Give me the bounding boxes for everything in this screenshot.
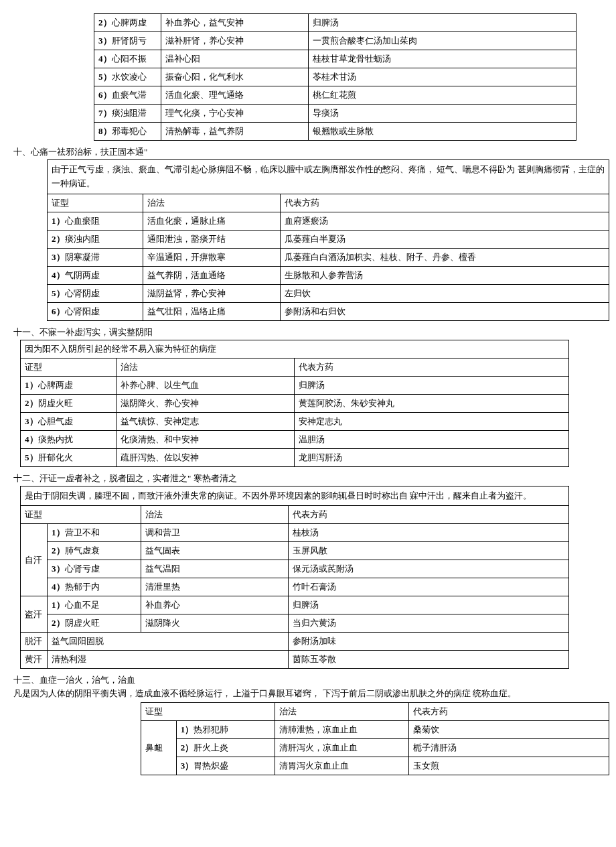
table-cell: 化痰清热、和中安神	[117, 430, 295, 448]
col-header: 代表方药	[280, 194, 609, 212]
table-section-10: 由于正气亏虚，痰浊、瘀血、气滞引起心脉痹阻不畅，临床以膻中或左胸膺部发作性的憋闷…	[47, 159, 609, 321]
section-12-heading: 十二、汗证一虚者补之，脱者固之，实者泄之" 寒热者清之	[13, 472, 603, 484]
table-cell: 桂枝甘草龙骨牡蛎汤	[309, 50, 576, 68]
table-cell: 一贯煎合酸枣仁汤加山茱肉	[309, 32, 576, 50]
table-cell: 补养心脾、以生气血	[117, 376, 295, 394]
table-cell: 2）肺气虚衰	[48, 542, 141, 560]
table-cell: 活血化瘀、理气通络	[161, 86, 309, 105]
table-continuation: 2）心脾两虚补血养心，益气安神归脾汤3）肝肾阴亏滋补肝肾，养心安神一贯煎合酸枣仁…	[94, 13, 576, 141]
col-header-formula: 代表方药	[409, 703, 609, 721]
group-label: 脱汗	[21, 633, 48, 651]
table-cell: 活血化瘀，通脉止痛	[143, 212, 281, 230]
table-cell: 清肝泻火，凉血止血	[275, 739, 409, 757]
table-cell: 8）邪毒犯心	[94, 123, 161, 141]
table-cell: 4）痰热内扰	[21, 430, 117, 448]
table-section-12: 是由于阴阳失调，腠理不固，而致汗液外泄失常的病证。不因外界环境因素的影响辄昼日时…	[20, 486, 569, 669]
table-cell: 桑菊饮	[409, 721, 609, 739]
table-cell: 栀子清肝汤	[409, 739, 609, 757]
table-cell: 2）痰浊内阻	[48, 230, 143, 248]
table-cell: 清热利湿	[48, 651, 289, 669]
table-cell: 参附汤和右归饮	[280, 302, 609, 320]
table-cell: 温补心阳	[161, 50, 309, 68]
table-cell: 5）水饮凌心	[94, 68, 161, 86]
table-cell: 清热解毒，益气养阴	[161, 123, 309, 141]
group-binu: 鼻衄	[141, 721, 177, 775]
table-cell: 1）热邪犯肺	[176, 721, 275, 739]
table-cell: 归脾汤	[289, 596, 569, 614]
table-cell: 6）血瘀气滞	[94, 86, 161, 105]
col-header: 治法	[117, 358, 295, 376]
table-cell: 龙胆泻肝汤	[295, 448, 569, 466]
table-cell: 2）肝火上炎	[176, 739, 275, 757]
group-zihan: 自汗	[21, 524, 48, 596]
section-11-intro: 因为阳不入阴所引起的经常不易入寐为特征的病症	[21, 340, 569, 358]
col-header: 证型	[48, 194, 143, 212]
table-cell: 益气养阴，活血通络	[143, 266, 281, 284]
table-cell: 滋阴降火、养心安神	[117, 394, 295, 412]
table-cell: 黄莲阿胶汤、朱砂安神丸	[295, 394, 569, 412]
table-cell: 清泄里热	[141, 578, 289, 596]
table-cell: 益气温阳	[141, 560, 289, 578]
table-cell: 茵陈五苓散	[289, 651, 569, 669]
table-cell: 桂枝汤	[289, 524, 569, 542]
table-cell: 3）胃热炽盛	[176, 757, 275, 775]
table-cell: 理气化痰，宁心安神	[161, 105, 309, 123]
table-cell: 苓桂术甘汤	[309, 68, 576, 86]
table-cell: 振奋心阳，化气利水	[161, 68, 309, 86]
table-cell: 血府逐瘀汤	[280, 212, 609, 230]
table-cell: 竹叶石膏汤	[289, 578, 569, 596]
table-cell: 桃仁红花煎	[309, 86, 576, 105]
table-cell: 左归饮	[280, 284, 609, 302]
table-cell: 1）心血瘀阻	[48, 212, 143, 230]
table-cell: 3）心肾亏虚	[48, 560, 141, 578]
table-cell: 益气镇惊、安神定志	[117, 412, 295, 430]
table-cell: 归脾汤	[295, 376, 569, 394]
table-section-11: 因为阳不入阴所引起的经常不易入寐为特征的病症 证型治法代表方药1）心脾两虚补养心…	[20, 340, 569, 467]
table-cell: 2）心脾两虚	[94, 14, 161, 32]
table-cell: 4）热郁于内	[48, 578, 141, 596]
table-cell: 保元汤或芪附汤	[289, 560, 569, 578]
table-cell: 导痰汤	[309, 105, 576, 123]
table-cell: 4）气阴两虚	[48, 266, 143, 284]
col-header: 代表方药	[295, 358, 569, 376]
table-cell: 参附汤加味	[289, 633, 569, 651]
table-cell: 7）痰浊阻滞	[94, 105, 161, 123]
table-cell: 1）心脾两虚	[21, 376, 117, 394]
col-header-type: 证型	[141, 703, 275, 721]
table-cell: 3）阴寒凝滞	[48, 248, 143, 266]
section-12-intro: 是由于阴阳失调，腠理不固，而致汗液外泄失常的病证。不因外界环境因素的影响辄昼日时…	[21, 486, 569, 506]
table-cell: 1）营卫不和	[48, 524, 141, 542]
table-cell: 安神定志丸	[295, 412, 569, 430]
group-daohan: 盗汗	[21, 596, 48, 633]
table-cell: 6）心肾阳虚	[48, 302, 143, 320]
col-header-method: 治法	[275, 703, 409, 721]
table-cell: 3）肝肾阴亏	[94, 32, 161, 50]
table-cell: 滋阴降火	[141, 614, 289, 633]
section-11-heading: 十一、不寐一补虚泻实，调实整阴阳	[13, 326, 603, 338]
group-label: 黄汗	[21, 651, 48, 669]
table-cell: 玉女煎	[409, 757, 609, 775]
table-cell: 当归六黄汤	[289, 614, 569, 633]
table-cell: 清胃泻火京血止血	[275, 757, 409, 775]
table-cell: 益气壮阳，温络止痛	[143, 302, 281, 320]
table-section-13: 证型 治法 代表方药 鼻衄1）热邪犯肺清肺泄热，凉血止血桑菊饮2）肝火上炎清肝泻…	[141, 702, 609, 775]
table-cell: 辛温通阳，开痹散寒	[143, 248, 281, 266]
table-cell: 调和营卫	[141, 524, 289, 542]
table-cell: 5）心肾阴虚	[48, 284, 143, 302]
table-cell: 2）阴虚火旺	[21, 394, 117, 412]
table-cell: 补血养心	[141, 596, 289, 614]
section-10-heading: 十、心痛一祛邪治标，扶正固本通"	[13, 146, 603, 158]
table-cell: 2）阴虚火旺	[48, 614, 141, 633]
section-10-intro: 由于正气亏虚，痰浊、瘀血、气滞引起心脉痹阻不畅，临床以膻中或左胸膺部发作性的憋闷…	[48, 160, 609, 194]
table-cell: 滋补肝肾，养心安神	[161, 32, 309, 50]
col-header-type: 证型	[21, 506, 141, 524]
table-cell: 1）心血不足	[48, 596, 141, 614]
col-header-formula: 代表方药	[289, 506, 569, 524]
table-cell: 益气回阳固脱	[48, 633, 289, 651]
table-cell: 疏肝泻热、佐以安神	[117, 448, 295, 466]
table-cell: 4）心阳不振	[94, 50, 161, 68]
table-cell: 补血养心，益气安神	[161, 14, 309, 32]
table-cell: 银翘散或生脉散	[309, 123, 576, 141]
table-cell: 瓜蒌薤白白酒汤加枳实、桂枝、附子、丹参、檀香	[280, 248, 609, 266]
table-cell: 瓜蒌薤白半夏汤	[280, 230, 609, 248]
